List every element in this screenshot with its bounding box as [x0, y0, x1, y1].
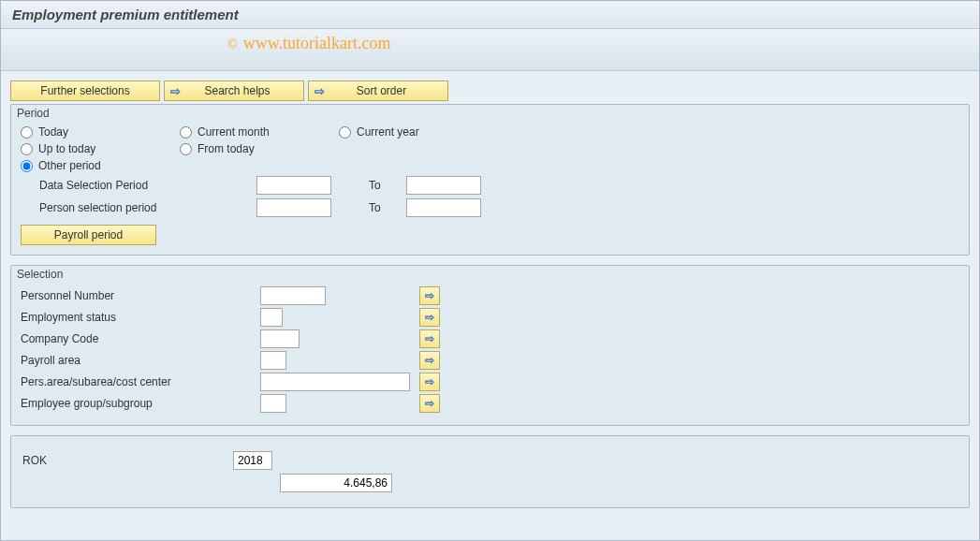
payroll-area-input[interactable] — [260, 351, 286, 370]
pers-area-input[interactable] — [260, 373, 410, 391]
sort-order-button[interactable]: ⇨ Sort order — [308, 80, 448, 101]
personnel-number-label: Personnel Number — [21, 289, 260, 302]
company-code-label: Company Code — [21, 332, 260, 345]
radio-current-month-input[interactable] — [180, 126, 192, 139]
person-selection-from-input[interactable] — [256, 198, 331, 217]
company-code-more-button[interactable]: ⇨ — [419, 329, 440, 348]
arrow-right-icon: ⇨ — [170, 84, 181, 98]
selection-group-title: Selection — [11, 266, 969, 281]
page-title: Employment premium entitlement — [12, 7, 239, 22]
radio-current-year[interactable]: Current year — [339, 125, 498, 139]
to-label-2: To — [369, 201, 406, 214]
radio-up-to-today[interactable]: Up to today — [21, 142, 180, 155]
company-code-input[interactable] — [260, 329, 300, 348]
personnel-number-input[interactable] — [260, 286, 326, 305]
period-group: Period Today Current month Current year — [10, 104, 970, 256]
rok-amount-input[interactable] — [280, 474, 392, 492]
rok-group: ROK — [10, 435, 970, 508]
app-toolbar-spacer — [1, 29, 979, 71]
person-selection-period-label: Person selection period — [39, 201, 256, 214]
data-selection-to-input[interactable] — [406, 176, 481, 195]
to-label-1: To — [369, 179, 406, 192]
rok-year-input[interactable] — [233, 451, 272, 470]
further-selections-button[interactable]: Further selections — [10, 80, 160, 101]
app-window: Employment premium entitlement ©www.tuto… — [0, 0, 980, 541]
radio-other-period[interactable]: Other period — [21, 159, 180, 172]
radio-current-month[interactable]: Current month — [180, 125, 339, 139]
person-selection-to-input[interactable] — [406, 198, 481, 217]
personnel-number-more-button[interactable]: ⇨ — [419, 286, 440, 305]
arrow-right-icon: ⇨ — [314, 84, 325, 98]
title-bar: Employment premium entitlement — [1, 1, 979, 29]
radio-current-year-input[interactable] — [339, 126, 351, 139]
payroll-area-label: Payroll area — [21, 354, 260, 367]
employment-status-input[interactable] — [260, 308, 283, 327]
radio-other-period-input[interactable] — [21, 160, 33, 172]
radio-today[interactable]: Today — [21, 125, 180, 139]
employee-group-input[interactable] — [260, 394, 286, 413]
payroll-area-more-button[interactable]: ⇨ — [419, 351, 440, 370]
search-helps-button[interactable]: ⇨ Search helps — [164, 80, 304, 101]
employee-group-more-button[interactable]: ⇨ — [419, 394, 440, 413]
data-selection-from-input[interactable] — [256, 176, 331, 195]
radio-from-today[interactable]: From today — [180, 142, 339, 155]
radio-from-today-input[interactable] — [180, 143, 192, 155]
rok-label: ROK — [22, 454, 233, 467]
content-area: Further selections ⇨ Search helps ⇨ Sort… — [1, 71, 979, 527]
pers-area-label: Pers.area/subarea/cost center — [21, 375, 260, 388]
payroll-period-button[interactable]: Payroll period — [21, 225, 156, 245]
data-selection-period-label: Data Selection Period — [39, 179, 256, 192]
employment-status-label: Employment status — [21, 311, 260, 324]
employee-group-label: Employee group/subgroup — [21, 397, 260, 410]
selection-group: Selection Personnel Number ⇨ Employment … — [10, 265, 970, 426]
employment-status-more-button[interactable]: ⇨ — [419, 308, 440, 327]
action-buttons-row: Further selections ⇨ Search helps ⇨ Sort… — [10, 80, 970, 101]
pers-area-more-button[interactable]: ⇨ — [419, 373, 440, 391]
radio-up-to-today-input[interactable] — [21, 143, 33, 155]
period-group-title: Period — [11, 105, 969, 120]
radio-today-input[interactable] — [21, 126, 33, 139]
